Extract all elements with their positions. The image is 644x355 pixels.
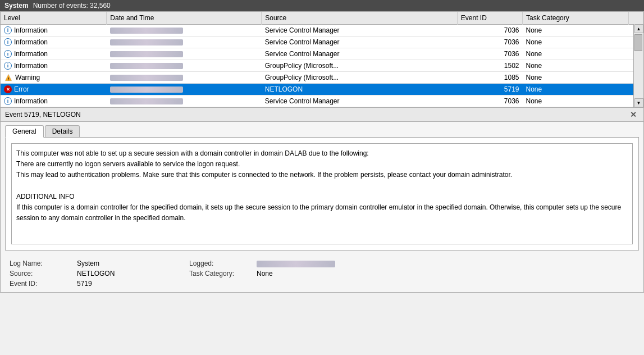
detail-text-line: If this computer is a domain controller … — [16, 202, 628, 224]
level-label: Information — [14, 62, 48, 70]
cell-source: NETLOGON — [262, 84, 458, 95]
task-category-label: Task Category: — [189, 270, 257, 277]
table-row[interactable]: iInformationService Control Manager7036N… — [1, 48, 643, 60]
cell-datetime — [107, 60, 262, 72]
table-row[interactable]: !WarningGroupPolicy (Microsoft...1085Non… — [1, 72, 643, 84]
cell-source: Service Control Manager — [262, 37, 458, 48]
info-icon: i — [4, 26, 12, 34]
detail-panel-title: Event 5719, NETLOGON — [5, 111, 81, 119]
title-bar: System Number of events: 32,560 — [0, 0, 644, 11]
cell-level: iInformation — [1, 95, 107, 107]
info-icon: i — [4, 50, 12, 58]
cell-source: Service Control Manager — [262, 95, 458, 107]
col-header-level[interactable]: Level — [1, 12, 107, 25]
col-header-source[interactable]: Source — [262, 12, 458, 25]
table-row[interactable]: iInformationService Control Manager7036N… — [1, 95, 643, 107]
tab-general[interactable]: General — [5, 125, 44, 138]
cell-eventid: 7036 — [457, 25, 522, 37]
app-name: System — [4, 2, 29, 10]
cell-taskcategory: None — [523, 37, 629, 48]
log-name-value: System — [77, 260, 189, 267]
cell-datetime — [107, 84, 262, 95]
logged-label: Logged: — [189, 260, 257, 267]
close-button[interactable]: ✕ — [628, 110, 639, 119]
error-icon: ✕ — [4, 85, 12, 93]
scrollbar[interactable]: ▲ ▼ — [633, 24, 643, 107]
level-label: Error — [14, 85, 29, 93]
cell-level: iInformation — [1, 60, 107, 72]
cell-datetime — [107, 25, 262, 37]
cell-source: GroupPolicy (Microsoft... — [262, 60, 458, 72]
cell-level: iInformation — [1, 25, 107, 37]
col-header-taskcategory[interactable]: Task Category — [523, 12, 629, 25]
cell-level: ✕Error — [1, 84, 107, 95]
cell-level: iInformation — [1, 37, 107, 48]
detail-text-box: This computer was not able to set up a s… — [11, 143, 633, 244]
col-header-scroll — [628, 12, 643, 25]
level-label: Information — [14, 50, 48, 58]
cell-datetime — [107, 48, 262, 60]
detail-text-line: ADDITIONAL INFO — [16, 192, 628, 202]
table-header-row: Level Date and Time Source Event ID Task… — [1, 12, 643, 25]
cell-eventid: 5719 — [457, 84, 522, 95]
col-header-eventid[interactable]: Event ID — [457, 12, 522, 25]
table-row[interactable]: iInformationService Control Manager7036N… — [1, 25, 643, 37]
cell-eventid: 7036 — [457, 48, 522, 60]
svg-text:!: ! — [8, 76, 10, 81]
cell-datetime — [107, 72, 262, 84]
detail-text-line: This may lead to authentication problems… — [16, 170, 628, 180]
cell-level: !Warning — [1, 72, 107, 84]
task-category-value: None — [257, 270, 634, 277]
cell-taskcategory: None — [523, 72, 629, 84]
table-row[interactable]: iInformationGroupPolicy (Microsoft...150… — [1, 60, 643, 72]
event-id-value: 5719 — [77, 280, 189, 288]
empty-label — [189, 280, 257, 288]
level-label: Information — [14, 97, 48, 105]
cell-eventid: 1085 — [457, 72, 522, 84]
cell-eventid: 7036 — [457, 95, 522, 107]
event-count: Number of events: 32,560 — [33, 2, 111, 10]
detail-tabs: General Details — [1, 122, 643, 137]
source-label: Source: — [10, 270, 77, 277]
svg-text:✕: ✕ — [6, 87, 10, 92]
cell-eventid: 7036 — [457, 37, 522, 48]
log-name-label: Log Name: — [10, 260, 77, 267]
cell-taskcategory: None — [523, 95, 629, 107]
cell-taskcategory: None — [523, 60, 629, 72]
cell-source: Service Control Manager — [262, 25, 458, 37]
detail-panel: Event 5719, NETLOGON ✕ General Details T… — [0, 108, 644, 293]
cell-eventid: 1502 — [457, 60, 522, 72]
level-label: Warning — [15, 74, 40, 81]
cell-source: Service Control Manager — [262, 48, 458, 60]
cell-taskcategory: None — [523, 25, 629, 37]
detail-content-area: This computer was not able to set up a s… — [5, 137, 639, 251]
source-value: NETLOGON — [77, 270, 189, 277]
detail-text-line: This computer was not able to set up a s… — [16, 148, 628, 159]
cell-source: GroupPolicy (Microsoft... — [262, 72, 458, 84]
empty-value — [257, 280, 634, 288]
col-header-datetime[interactable]: Date and Time — [107, 12, 262, 25]
table-row[interactable]: ✕ErrorNETLOGON5719None — [1, 84, 643, 95]
event-id-label: Event ID: — [10, 280, 77, 288]
warning-icon: ! — [4, 74, 13, 81]
level-label: Information — [14, 26, 48, 34]
cell-taskcategory: None — [523, 84, 629, 95]
info-icon: i — [4, 97, 12, 105]
level-label: Information — [14, 38, 48, 46]
scroll-thumb[interactable] — [634, 34, 642, 51]
cell-datetime — [107, 37, 262, 48]
scroll-down-button[interactable]: ▼ — [634, 98, 643, 107]
info-icon: i — [4, 62, 12, 70]
tab-details[interactable]: Details — [45, 125, 80, 137]
logged-value — [257, 260, 634, 267]
cell-taskcategory: None — [523, 48, 629, 60]
event-table: Level Date and Time Source Event ID Task… — [1, 12, 643, 107]
cell-level: iInformation — [1, 48, 107, 60]
scroll-up-button[interactable]: ▲ — [634, 24, 643, 33]
scroll-track[interactable] — [634, 33, 643, 98]
detail-meta: Log Name: System Logged: Source: NETLOGO… — [1, 255, 643, 292]
event-table-container: Level Date and Time Source Event ID Task… — [0, 11, 644, 108]
detail-text-line: There are currently no logon servers ava… — [16, 159, 628, 170]
table-row[interactable]: iInformationService Control Manager7036N… — [1, 37, 643, 48]
detail-panel-header: Event 5719, NETLOGON ✕ — [1, 108, 643, 122]
